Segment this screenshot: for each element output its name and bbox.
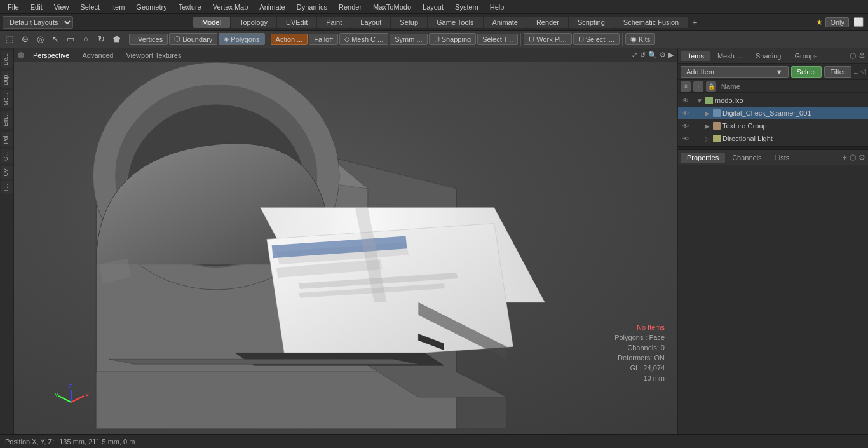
select-t-button[interactable]: Select T...	[477, 34, 518, 45]
menu-animate[interactable]: Animate	[254, 2, 290, 12]
prop-add-icon[interactable]: +	[843, 153, 847, 162]
prop-tab-properties[interactable]: Properties	[681, 153, 725, 163]
selecti-button[interactable]: ⊟ Selecti ...	[573, 33, 620, 45]
lasso-icon[interactable]: ◎	[33, 32, 47, 46]
panel-expand-icon[interactable]: ⬡	[850, 51, 856, 60]
mesh-c-button[interactable]: ◇ Mesh C ...	[339, 33, 388, 45]
vp-fit-icon[interactable]: ⤢	[632, 51, 637, 59]
sidebar-tab-em[interactable]: Em...	[1, 111, 13, 129]
filter-button[interactable]: Filter	[824, 66, 851, 78]
select-button[interactable]: Select	[791, 66, 822, 78]
panel-collapse-icon[interactable]: ◁	[860, 67, 865, 76]
menu-layout[interactable]: Layout	[417, 2, 449, 12]
viewport-dot[interactable]	[18, 52, 24, 58]
tab-uvedit[interactable]: UVEdit	[277, 17, 316, 28]
kits-button[interactable]: ◉ Kits	[625, 33, 655, 45]
sidebar-tab-me[interactable]: Me...	[1, 90, 13, 108]
tab-paint[interactable]: Paint	[317, 17, 351, 28]
menu-render[interactable]: Render	[334, 2, 367, 12]
tab-render[interactable]: Render	[527, 17, 568, 28]
menu-system[interactable]: System	[450, 2, 484, 12]
vertices-button[interactable]: · Vertices	[129, 34, 168, 45]
falloff-label: Falloff	[314, 36, 333, 43]
prop-tab-lists[interactable]: Lists	[769, 153, 796, 163]
menu-edit[interactable]: Edit	[25, 2, 48, 12]
vis-add-icon[interactable]: +	[693, 81, 703, 92]
layout-dropdown[interactable]: Default Layouts	[3, 16, 73, 29]
menu-view[interactable]: View	[49, 2, 74, 12]
polygons-button[interactable]: ◈ Polygons	[219, 33, 264, 45]
tab-setup[interactable]: Setup	[391, 17, 427, 28]
snapping-button[interactable]: ⊞ Snapping	[429, 33, 477, 45]
tab-schematic-fusion[interactable]: Schematic Fusion	[614, 17, 688, 28]
sidebar-tab-de[interactable]: De...	[1, 51, 13, 68]
menu-maxtomodo[interactable]: MaxToModo	[368, 2, 416, 12]
work-pl-button[interactable]: ⊟ Work Pl...	[524, 33, 571, 45]
sidebar-tab-dup[interactable]: Dup.	[1, 71, 13, 88]
viewport-tab-advanced[interactable]: Advanced	[78, 50, 117, 60]
vp-settings-icon[interactable]: ⚙	[660, 51, 666, 59]
tree-item-texture-group[interactable]: 👁 ▶ Texture Group	[678, 119, 868, 132]
viewport-canvas[interactable]: No Items Polygons : Face Channels: 0 Def…	[14, 62, 677, 434]
tree-expand-root[interactable]: ▼	[696, 97, 703, 104]
viewport-tab-perspective[interactable]: Perspective	[29, 50, 73, 60]
sidebar-tab-pol[interactable]: Pol.	[1, 132, 13, 147]
tab-layout[interactable]: Layout	[351, 17, 390, 28]
boundary-button[interactable]: ⬡ Boundary	[169, 33, 217, 45]
vis-eye-icon[interactable]: 👁	[681, 81, 691, 92]
action-button[interactable]: Action ...	[271, 34, 308, 45]
menu-texture[interactable]: Texture	[173, 2, 207, 12]
shield-icon[interactable]: ⬟	[109, 32, 123, 46]
prop-expand-icon[interactable]: ⬡	[850, 153, 856, 162]
sidebar-tab-c[interactable]: C...	[1, 149, 13, 163]
layout-add-tab[interactable]: +	[688, 16, 701, 29]
circle-icon[interactable]: ○	[79, 32, 93, 46]
arrow-icon[interactable]: ↖	[48, 32, 62, 46]
panel-tab-shading[interactable]: Shading	[749, 51, 787, 61]
only-button[interactable]: Only	[825, 17, 849, 27]
menu-select[interactable]: Select	[75, 2, 105, 12]
menu-vertex-map[interactable]: Vertex Map	[208, 2, 254, 12]
tree-label-scanner: Digital_Check_Scanner_001	[722, 109, 811, 117]
panel-tab-groups[interactable]: Groups	[788, 51, 824, 61]
prop-tab-channels[interactable]: Channels	[726, 153, 768, 163]
panel-settings-icon[interactable]: ⚙	[858, 51, 865, 60]
symm-button[interactable]: Symm ...	[390, 34, 427, 45]
tree-item-scanner[interactable]: 👁 ▶ Digital_Check_Scanner_001	[678, 107, 868, 119]
tree-expand-scanner[interactable]: ▶	[703, 109, 711, 117]
menu-item[interactable]: Item	[106, 2, 130, 12]
cube-icon	[705, 97, 713, 104]
tree-item-dir-light[interactable]: 👁 ▷ Directional Light	[678, 132, 868, 145]
panel-tab-mesh[interactable]: Mesh ...	[711, 51, 749, 61]
menu-file[interactable]: File	[3, 2, 24, 12]
tab-game-tools[interactable]: Game Tools	[428, 17, 483, 28]
vp-search-icon[interactable]: 🔍	[648, 51, 657, 59]
panel-more-icon[interactable]: ≡	[854, 68, 858, 76]
vis-lock-icon[interactable]: 🔒	[706, 81, 716, 92]
falloff-button[interactable]: Falloff	[309, 34, 338, 45]
world-icon[interactable]: ⊕	[18, 32, 32, 46]
sidebar-tab-uv[interactable]: UV	[1, 166, 13, 179]
tab-animate[interactable]: Animate	[484, 17, 527, 28]
sidebar-tab-f[interactable]: F...	[1, 181, 13, 194]
viewport[interactable]: Perspective Advanced Viewport Textures ⤢…	[14, 48, 677, 434]
tree-expand-texture[interactable]: ▶	[703, 122, 711, 130]
panel-tab-items[interactable]: Items	[681, 51, 710, 61]
menu-geometry[interactable]: Geometry	[131, 2, 172, 12]
tab-topology[interactable]: Topology	[231, 17, 276, 28]
tree-expand-light[interactable]: ▷	[703, 135, 711, 142]
maximize-icon[interactable]: ⬜	[851, 15, 865, 29]
menu-help[interactable]: Help	[485, 2, 510, 12]
prop-settings-icon[interactable]: ⚙	[858, 153, 865, 162]
toggle-icon[interactable]: ⬚	[3, 32, 17, 46]
tab-scripting[interactable]: Scripting	[569, 17, 614, 28]
tree-item-root[interactable]: 👁 ▼ modo.lxo	[678, 94, 868, 107]
vp-expand-icon[interactable]: ▶	[668, 51, 674, 59]
menu-dynamics[interactable]: Dynamics	[292, 2, 332, 12]
tab-model[interactable]: Model	[193, 17, 230, 28]
viewport-tab-textures[interactable]: Viewport Textures	[122, 50, 185, 60]
rect-icon[interactable]: ▭	[64, 32, 78, 46]
vp-refresh-icon[interactable]: ↺	[640, 51, 646, 59]
rotate-icon[interactable]: ↻	[94, 32, 108, 46]
add-item-button[interactable]: Add Item ▼	[681, 66, 789, 78]
